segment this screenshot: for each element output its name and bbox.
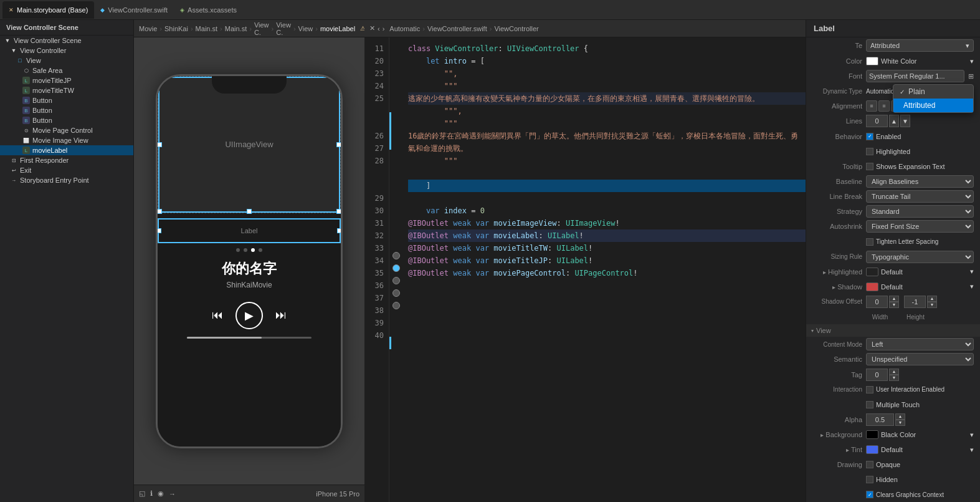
- info-button[interactable]: ℹ: [150, 490, 153, 498]
- tint-color-swatch[interactable]: [866, 445, 878, 454]
- device-label[interactable]: iPhone 15 Pro: [316, 490, 359, 498]
- bc-viewc1[interactable]: View C.: [254, 21, 269, 36]
- nav-forward[interactable]: ›: [383, 25, 385, 32]
- text-type-dropdown[interactable]: ✓ Plain Attributed: [893, 84, 974, 113]
- shadow-h-down[interactable]: ▼: [927, 302, 937, 308]
- handle-tl[interactable]: [157, 75, 162, 80]
- shadow-h-input[interactable]: [904, 296, 926, 308]
- outlet-circle-4[interactable]: [392, 289, 400, 297]
- bc-movielabel[interactable]: movieLabel: [320, 25, 355, 32]
- bc-movie[interactable]: Movie: [139, 25, 157, 32]
- strategy-select[interactable]: Standard: [866, 205, 974, 218]
- collapse-btn-1[interactable]: ▸: [823, 269, 826, 276]
- outlet-circle-1[interactable]: [392, 252, 400, 259]
- next-button[interactable]: ⏭: [275, 309, 287, 322]
- nav-back[interactable]: ‹: [378, 25, 380, 32]
- bc-view[interactable]: View: [298, 25, 313, 32]
- label-handle-left[interactable]: [156, 228, 161, 233]
- lock-button[interactable]: ◉: [158, 490, 164, 498]
- tab-viewcontroller[interactable]: ◆ ViewController.swift: [94, 1, 174, 19]
- highlighted-color-swatch[interactable]: [866, 268, 878, 276]
- color-swatch-white[interactable]: [866, 57, 878, 65]
- tab-main-storyboard[interactable]: ✕ Main.storyboard (Base): [2, 1, 94, 19]
- highlighted-checkbox[interactable]: [866, 148, 873, 155]
- tooltip-checkbox[interactable]: [866, 163, 873, 170]
- phone-imageview[interactable]: UIImageView: [158, 76, 341, 213]
- outlet-circle-3[interactable]: [392, 277, 400, 284]
- code-content[interactable]: 11 20 23 24 25 26 27 28 29 30 31 32 33 3…: [364, 37, 806, 502]
- nav-item-movie-title-tw[interactable]: L movieTitleTW: [0, 85, 133, 95]
- shadow-w-down[interactable]: ▼: [889, 302, 899, 308]
- bc-main2[interactable]: Main.st: [225, 25, 247, 32]
- text-type-select[interactable]: Attributed ▾: [866, 39, 974, 52]
- nav-item-vc[interactable]: ▼ View Controller: [0, 46, 133, 56]
- hidden-checkbox[interactable]: [866, 476, 873, 483]
- nav-item-page-control[interactable]: ⊙ Movie Page Control: [0, 125, 133, 135]
- nav-item-button2[interactable]: B Button: [0, 105, 133, 115]
- align-center[interactable]: ≡: [878, 100, 890, 112]
- content-mode-select[interactable]: Left: [866, 338, 974, 350]
- lines-up[interactable]: ▲: [889, 115, 899, 127]
- alpha-input[interactable]: [866, 413, 894, 426]
- lines-input[interactable]: [866, 115, 888, 127]
- phone-progress-bar[interactable]: [187, 337, 312, 339]
- nav-item-movie-title-jp[interactable]: L movieTitleJP: [0, 75, 133, 85]
- opaque-checkbox[interactable]: [866, 461, 873, 468]
- nav-item-vc-scene[interactable]: ▼ View Controller Scene: [0, 36, 133, 46]
- enabled-checkbox[interactable]: ✓: [866, 133, 873, 140]
- tag-down[interactable]: ▼: [889, 375, 899, 381]
- clears-checkbox[interactable]: ✓: [866, 491, 873, 498]
- bc-shinkai[interactable]: ShinKai: [164, 25, 188, 32]
- shadow-w-up[interactable]: ▲: [889, 296, 899, 302]
- sizing-rule-select[interactable]: Typographic: [866, 251, 974, 263]
- shadow-color-swatch[interactable]: [866, 282, 878, 291]
- semantic-select[interactable]: Unspecified: [866, 353, 974, 365]
- collapse-btn-3[interactable]: ▸: [821, 432, 824, 438]
- bc-viewc2[interactable]: View C.: [276, 21, 291, 36]
- shadow-h-up[interactable]: ▲: [927, 296, 937, 302]
- nav-item-safe-area[interactable]: ⬡ Safe Area: [0, 65, 133, 75]
- collapse-btn-4[interactable]: ▸: [846, 446, 849, 453]
- dropdown-item-plain[interactable]: ✓ Plain: [893, 85, 973, 99]
- nav-item-exit[interactable]: ↩ Exit: [0, 165, 133, 175]
- tag-up[interactable]: ▲: [889, 369, 899, 375]
- lines-down[interactable]: ▼: [900, 115, 910, 127]
- align-left[interactable]: ≡: [866, 100, 877, 112]
- nav-item-button1[interactable]: B Button: [0, 95, 133, 105]
- handle-br[interactable]: [336, 209, 341, 214]
- play-button[interactable]: ▶: [235, 302, 263, 329]
- font-input[interactable]: [866, 70, 964, 82]
- line-break-select[interactable]: Truncate Tail: [866, 190, 974, 203]
- background-color-swatch[interactable]: [866, 430, 878, 439]
- phone-label-area[interactable]: Label: [158, 218, 341, 243]
- collapse-btn-2[interactable]: ▸: [832, 284, 835, 291]
- nav-item-first-responder[interactable]: ⊡ First Responder: [0, 155, 133, 165]
- alpha-down[interactable]: ▼: [895, 420, 905, 426]
- baseline-select[interactable]: Align Baselines: [866, 175, 974, 188]
- nav-item-storyboard-entry[interactable]: → Storyboard Entry Point: [0, 175, 133, 185]
- bc-code-auto[interactable]: Automatic: [389, 25, 420, 32]
- tag-input[interactable]: [866, 369, 888, 381]
- outlet-circle-5[interactable]: [392, 302, 400, 309]
- handle-ml[interactable]: [157, 142, 162, 147]
- fit-button[interactable]: →: [169, 490, 176, 498]
- label-handle-right[interactable]: [337, 228, 342, 233]
- multiple-touch-checkbox[interactable]: [866, 401, 873, 408]
- bc-main1[interactable]: Main.st: [196, 25, 217, 32]
- close-button[interactable]: ✕: [369, 24, 375, 32]
- dropdown-item-attributed[interactable]: Attributed: [893, 99, 973, 112]
- nav-item-movie-label[interactable]: L movieLabel: [0, 145, 133, 155]
- outlet-circle-2[interactable]: [392, 264, 400, 272]
- handle-bl[interactable]: [157, 209, 162, 214]
- prev-button[interactable]: ⏮: [212, 309, 223, 322]
- handle-bm[interactable]: [247, 209, 252, 214]
- autoshrink-select[interactable]: Fixed Font Size: [866, 220, 974, 233]
- nav-item-image-view[interactable]: ⬜ Movie Image View: [0, 135, 133, 145]
- font-size-stepper[interactable]: ⊞: [968, 72, 974, 80]
- shadow-w-input[interactable]: [866, 296, 888, 308]
- canvas-content[interactable]: →: [134, 37, 364, 485]
- nav-item-view[interactable]: □ View: [0, 56, 133, 65]
- bc-code-class[interactable]: ViewController: [494, 25, 538, 32]
- handle-mr[interactable]: [336, 142, 341, 147]
- nav-item-button3[interactable]: B Button: [0, 115, 133, 125]
